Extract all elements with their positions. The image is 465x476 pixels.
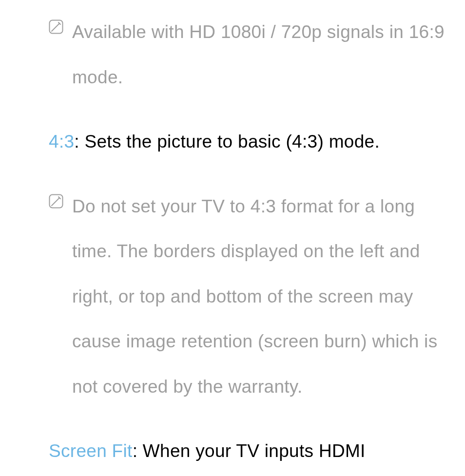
definition-entry: Screen Fit: When your TV inputs HDMI: [49, 429, 450, 474]
definition-term: Screen Fit: [49, 441, 133, 461]
note-block: Available with HD 1080i / 720p signals i…: [49, 10, 450, 100]
note-text: Do not set your TV to 4:3 format for a l…: [72, 184, 450, 410]
note-icon: [49, 19, 63, 34]
note-icon: [49, 194, 63, 209]
manual-page: Available with HD 1080i / 720p signals i…: [0, 0, 465, 476]
definition-term: 4:3: [49, 132, 74, 152]
note-text: Available with HD 1080i / 720p signals i…: [72, 10, 450, 100]
note-block: Do not set your TV to 4:3 format for a l…: [49, 184, 450, 410]
definition-entry: 4:3: Sets the picture to basic (4:3) mod…: [49, 119, 450, 165]
definition-separator: :: [133, 441, 143, 461]
definition-desc: Sets the picture to basic (4:3) mode.: [85, 132, 380, 152]
definition-separator: :: [74, 132, 84, 152]
definition-desc: When your TV inputs HDMI: [143, 441, 366, 461]
